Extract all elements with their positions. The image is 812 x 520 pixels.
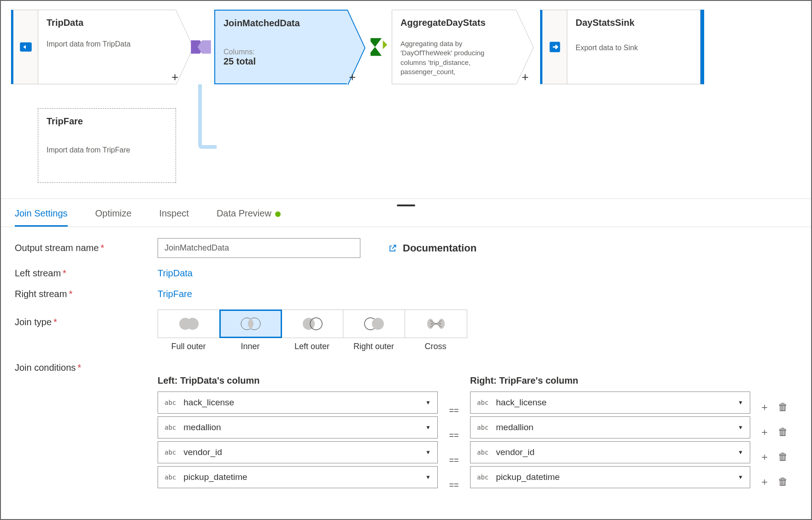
- join-type-cross[interactable]: [405, 310, 467, 338]
- node-desc: Import data from TripData: [47, 39, 167, 49]
- jt-label-full: Full outer: [158, 342, 219, 351]
- jt-label-right: Right outer: [343, 342, 405, 351]
- connector-tripfare-join: [198, 84, 217, 149]
- node-desc: Export data to Sink: [576, 43, 692, 53]
- join-type-right-outer[interactable]: [343, 310, 405, 338]
- join-icon-col: [188, 10, 214, 84]
- jc-right-1[interactable]: abcmedallion▼: [470, 416, 750, 438]
- jc-left-1[interactable]: abcmedallion▼: [158, 416, 438, 438]
- jc-left-3[interactable]: abcpickup_datetime▼: [158, 466, 438, 488]
- add-condition-0[interactable]: ＋: [759, 400, 770, 414]
- right-stream-value[interactable]: TripFare: [158, 289, 192, 299]
- jc-left-2[interactable]: abcvendor_id▼: [158, 441, 438, 463]
- jc-right-0[interactable]: abchack_license▼: [470, 391, 750, 414]
- node-title: JoinMatchedData: [224, 18, 339, 29]
- add-after-join[interactable]: +: [349, 70, 356, 84]
- tab-optimize[interactable]: Optimize: [95, 208, 132, 227]
- jt-label-left: Left outer: [281, 342, 343, 351]
- add-after-tripdata[interactable]: +: [171, 70, 178, 84]
- join-type-label: Join type*: [15, 310, 158, 327]
- node-title: TripFare: [47, 116, 167, 127]
- node-desc: Aggregating data by 'DayOfTheWeek' produ…: [400, 39, 507, 76]
- node-title: TripData: [47, 18, 167, 28]
- tab-join-settings[interactable]: Join Settings: [15, 208, 68, 227]
- node-tripfare[interactable]: TripFare Import data from TripFare: [38, 108, 176, 183]
- node-desc: Import data from TripFare: [47, 145, 167, 155]
- app-frame: TripData Import data from TripData + Joi…: [0, 0, 812, 520]
- delete-condition-1[interactable]: 🗑: [778, 426, 788, 438]
- delete-condition-2[interactable]: 🗑: [778, 451, 788, 463]
- svg-point-3: [187, 318, 199, 330]
- jc-operators: == == == ==: [438, 375, 470, 499]
- eq-1: ==: [438, 424, 470, 449]
- join-type-full-outer[interactable]: [158, 310, 220, 338]
- jc-left-column: Left: TripData's column abchack_license▼…: [158, 375, 438, 499]
- preview-status-dot: [275, 211, 281, 217]
- svg-point-9: [372, 318, 384, 330]
- delete-condition-3[interactable]: 🗑: [778, 476, 788, 488]
- node-aggregatedaystats[interactable]: AggregateDayStats Aggregating data by 'D…: [392, 10, 516, 84]
- add-after-aggregate[interactable]: +: [522, 70, 529, 84]
- join-type-left-outer[interactable]: [282, 310, 343, 338]
- join-conditions-table: Left: TripData's column abchack_license▼…: [158, 375, 788, 499]
- join-type-inner[interactable]: [220, 310, 282, 338]
- svg-point-6: [303, 318, 315, 330]
- dataset-icon: [18, 39, 34, 55]
- jc-left-0[interactable]: abchack_license▼: [158, 391, 438, 414]
- node-tripdata[interactable]: TripData Import data from TripData: [38, 10, 176, 84]
- eq-2: ==: [438, 449, 470, 474]
- node-joinmatcheddata[interactable]: JoinMatchedData Columns: 25 total: [214, 10, 348, 84]
- jc-right-3[interactable]: abcpickup_datetime▼: [470, 466, 750, 488]
- aggregate-icon-col: [365, 10, 392, 84]
- join-conditions-label: Join conditions*: [15, 362, 158, 373]
- left-stream-value[interactable]: TripData: [158, 268, 193, 279]
- external-link-icon: [388, 244, 397, 253]
- node-title: DayStatsSink: [576, 18, 692, 28]
- jt-label-inner: Inner: [219, 342, 281, 351]
- documentation-link[interactable]: Documentation: [388, 242, 477, 254]
- dataflow-canvas[interactable]: TripData Import data from TripData + Joi…: [1, 1, 811, 199]
- jt-label-cross: Cross: [405, 342, 466, 351]
- output-stream-input[interactable]: [158, 238, 360, 258]
- tab-data-preview[interactable]: Data Preview: [217, 208, 281, 227]
- join-settings-form: Output stream name* Documentation Left s…: [1, 227, 811, 520]
- join-type-group: [158, 310, 467, 338]
- join-type-labels: Full outer Inner Left outer Right outer …: [158, 342, 467, 351]
- jc-right-2[interactable]: abcvendor_id▼: [470, 441, 750, 463]
- node-columns-label: Columns:: [224, 48, 339, 56]
- left-stream-label: Left stream*: [15, 268, 158, 279]
- jc-left-header: Left: TripData's column: [158, 375, 438, 386]
- documentation-label: Documentation: [403, 242, 477, 254]
- sigma-icon: [365, 34, 392, 60]
- sink-right-bar: [700, 10, 704, 84]
- source-icon-tripdata: [11, 10, 38, 84]
- eq-3: ==: [438, 474, 470, 499]
- settings-tabs: Join Settings Optimize Inspect Data Prev…: [1, 199, 811, 227]
- join-icon: [188, 34, 214, 60]
- panel-resize-handle[interactable]: [397, 204, 415, 206]
- jc-row-actions: ＋🗑 ＋🗑 ＋🗑 ＋🗑: [759, 375, 788, 499]
- add-condition-1[interactable]: ＋: [759, 425, 770, 439]
- node-columns-count: 25 total: [224, 56, 339, 67]
- sink-icon-col: [540, 10, 567, 84]
- eq-0: ==: [438, 399, 470, 424]
- delete-condition-0[interactable]: 🗑: [778, 401, 788, 413]
- jc-right-header: Right: TripFare's column: [470, 375, 750, 386]
- node-daystatssink[interactable]: DayStatsSink Export data to Sink: [567, 10, 700, 84]
- database-sink-icon: [547, 39, 563, 55]
- node-title: AggregateDayStats: [400, 18, 507, 28]
- output-stream-label: Output stream name*: [15, 243, 158, 253]
- add-condition-2[interactable]: ＋: [759, 450, 770, 464]
- tab-inspect[interactable]: Inspect: [159, 208, 188, 227]
- right-stream-label: Right stream*: [15, 289, 158, 299]
- tab-label: Data Preview: [217, 208, 271, 218]
- add-condition-3[interactable]: ＋: [759, 475, 770, 489]
- jc-right-column: Right: TripFare's column abchack_license…: [470, 375, 750, 499]
